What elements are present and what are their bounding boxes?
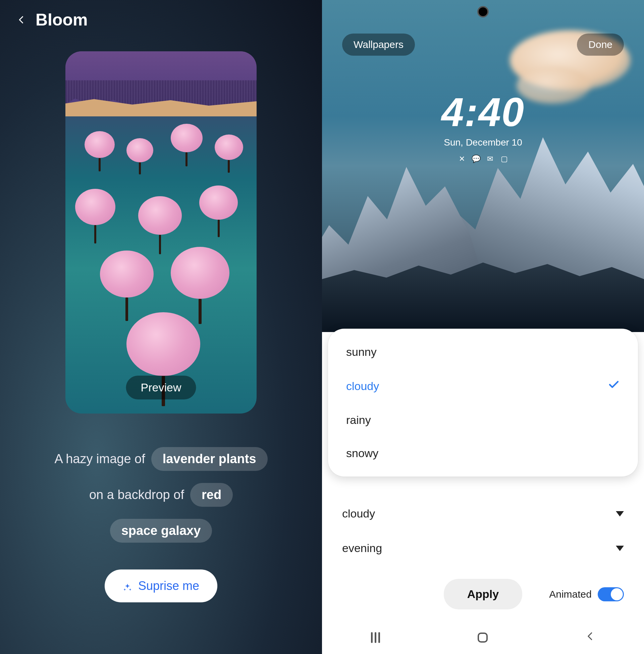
android-nav-bar (322, 620, 644, 647)
prompt-block: A hazy image of lavender plants on a bac… (54, 447, 267, 543)
camera-notch (477, 6, 489, 18)
prompt-line-3: space galaxy (110, 519, 212, 543)
animated-toggle[interactable] (598, 587, 624, 601)
apply-button[interactable]: Apply (444, 579, 522, 609)
check-icon (608, 379, 620, 393)
sparkle-icon (123, 581, 132, 591)
surprise-me-button[interactable]: Suprise me (105, 569, 217, 602)
nav-back-icon[interactable] (585, 631, 595, 644)
wallpaper-preview[interactable]: Preview (65, 51, 257, 414)
lockscreen-preview: Wallpapers Done 4:40 Sun, December 10 ✕ … (322, 0, 644, 332)
back-icon[interactable] (17, 15, 26, 24)
chevron-down-icon (616, 511, 624, 516)
bottom-bar: Apply Animated (322, 565, 644, 620)
nav-home-icon[interactable] (478, 633, 488, 643)
done-button[interactable]: Done (577, 33, 624, 56)
notif-icon: ✕ (458, 155, 466, 163)
chat-icon: 💬 (472, 155, 480, 163)
lockscreen-editor: Wallpapers Done 4:40 Sun, December 10 ✕ … (322, 0, 644, 654)
lock-clock[interactable]: 4:40 Sun, December 10 ✕ 💬 ✉ ▢ (441, 89, 525, 163)
prompt-text: A hazy image of (54, 452, 145, 466)
prompt-text: on a backdrop of (89, 488, 184, 502)
lock-topbar: Wallpapers Done (342, 33, 624, 56)
weather-select[interactable]: cloudy (322, 496, 644, 531)
notification-icons: ✕ 💬 ✉ ▢ (441, 155, 525, 163)
animated-label: Animated (549, 589, 592, 600)
clock-time: 4:40 (441, 89, 525, 135)
nav-recents-icon[interactable] (371, 632, 380, 643)
chip-color[interactable]: red (190, 483, 233, 507)
chevron-down-icon (616, 546, 624, 551)
clock-date: Sun, December 10 (441, 137, 525, 148)
page-title: Bloom (36, 10, 88, 29)
chip-background[interactable]: space galaxy (110, 519, 212, 543)
weather-dropdown-popup: sunny cloudy rainy snowy (328, 329, 638, 476)
preview-button[interactable]: Preview (126, 376, 196, 399)
option-rainy[interactable]: rainy (328, 403, 638, 437)
option-cloudy[interactable]: cloudy (328, 369, 638, 403)
header: Bloom (0, 0, 322, 36)
app-icon: ▢ (500, 155, 508, 163)
cloud-graphic (516, 67, 590, 104)
option-sunny[interactable]: sunny (328, 335, 638, 369)
options-sheet: sunny cloudy rainy snowy cloudy evening (322, 332, 644, 654)
prompt-line-2: on a backdrop of red (89, 483, 233, 507)
time-of-day-select[interactable]: evening (322, 531, 644, 565)
mail-icon: ✉ (486, 155, 495, 163)
bloom-wallpaper-screen: Bloom Preview A hazy image of lavender p… (0, 0, 322, 654)
wallpapers-button[interactable]: Wallpapers (342, 33, 415, 56)
surprise-label: Suprise me (138, 579, 199, 593)
chip-subject[interactable]: lavender plants (151, 447, 268, 471)
prompt-line-1: A hazy image of lavender plants (54, 447, 267, 471)
animated-toggle-wrap: Animated (549, 587, 624, 601)
option-snowy[interactable]: snowy (328, 437, 638, 470)
